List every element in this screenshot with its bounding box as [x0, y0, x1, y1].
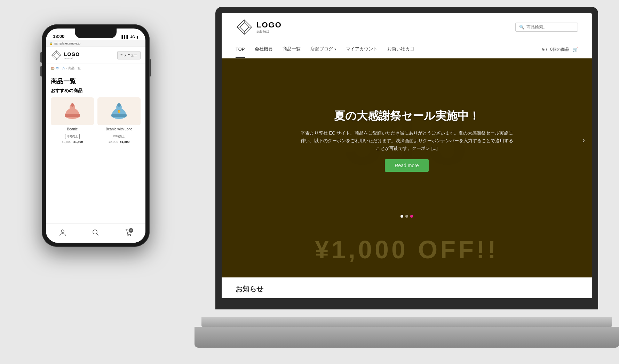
slider-dot-1[interactable]	[400, 215, 403, 218]
phone-logo-area: LOGO sub-text	[51, 50, 80, 61]
phone-logo-diamond-icon	[51, 50, 62, 61]
person-icon	[59, 229, 66, 236]
phone-logo-main: LOGO	[64, 51, 80, 57]
browser-url: sample.example.jp	[54, 42, 80, 45]
logo-sub-text: sub-text	[256, 30, 282, 33]
logo-diamond-icon	[236, 18, 253, 36]
nav-link-products[interactable]: 商品一覧	[283, 41, 301, 58]
logo-main-text: LOGO	[256, 21, 282, 30]
logo-text-block: LOGO sub-text	[256, 21, 282, 33]
nav-link-top[interactable]: TOP	[236, 42, 245, 58]
product-price-new-2: ¥1,800	[120, 140, 130, 144]
nav-links: TOP 会社概要 商品一覧 店舗ブログ ▾ マイアカウント お買い物カゴ	[236, 41, 414, 58]
slider-next-arrow[interactable]: ›	[582, 135, 585, 145]
nav-link-blog[interactable]: 店舗ブログ ▾	[310, 41, 336, 58]
product-badge-1: 即時売上	[65, 134, 80, 139]
phone-product-grid: Beanie 即時売上 ¥2,000 ¥1,800	[51, 97, 141, 144]
news-section-title: お知らせ	[236, 284, 578, 294]
breadcrumb-current-page: 商品一覧	[68, 66, 81, 71]
phone-menu-button[interactable]: ≡ メニュー	[117, 51, 141, 59]
phone-logo-text-block: LOGO sub-text	[64, 51, 80, 59]
site-nav: TOP 会社概要 商品一覧 店舗ブログ ▾ マイアカウント お買い物カゴ ¥0 …	[222, 41, 592, 58]
phone-nav-search[interactable]	[92, 229, 100, 236]
phone-product-card-1[interactable]: Beanie 即時売上 ¥2,000 ¥1,800	[51, 97, 94, 144]
laptop-base	[201, 317, 612, 327]
svg-marker-1	[240, 23, 249, 32]
product-price-1: ¥2,000 ¥1,800	[51, 140, 94, 144]
lock-icon: 🔒	[49, 42, 53, 45]
network-type-label: 4G	[130, 35, 135, 39]
phone-volume-down-button	[40, 66, 42, 76]
laptop-screen: LOGO sub-text 🔍 TOP 会社概要 商品一覧 店舗ブログ	[222, 13, 592, 298]
phone-page-title: 商品一覧	[51, 77, 141, 86]
cart-price: ¥0	[542, 47, 547, 52]
nav-link-about[interactable]: 会社概要	[255, 41, 273, 58]
nav-right: ¥0 0個の商品 🛒	[542, 47, 578, 52]
product-image-beanie-blue: 😊	[97, 97, 141, 125]
svg-text:😊: 😊	[118, 111, 121, 113]
svg-point-22	[61, 230, 64, 233]
phone-content: 商品一覧 おすすめの商品	[46, 73, 145, 152]
search-icon: 🔍	[519, 25, 524, 30]
phone-device: 18:00 ▌▌▌ 4G ▮ 🔒 sample.example.jp	[42, 24, 150, 247]
nav-link-account[interactable]: マイアカウント	[346, 41, 378, 58]
product-name-2: Beanie with Logo	[97, 127, 141, 131]
hero-content: 夏の大感謝祭セール実施中！ 平素より弊社 EC サイト、商品をご愛顧いただき誠に…	[292, 102, 522, 179]
home-icon: 🏠	[51, 67, 55, 70]
beanie-blue-svg: 😊	[109, 101, 129, 122]
svg-point-19	[117, 103, 121, 107]
breadcrumb-home-link[interactable]: ホーム	[56, 66, 65, 71]
product-badge-2: 即時売上	[112, 134, 126, 139]
laptop-bottom	[195, 327, 619, 348]
phone-nav-cart[interactable]: 0	[125, 229, 133, 236]
slider-dot-3[interactable]	[410, 215, 413, 218]
phone-browser-bar: 🔒 sample.example.jp	[46, 40, 145, 47]
discount-text: ¥1,000 OFF!!	[315, 235, 499, 264]
cart-icon[interactable]: 🛒	[573, 47, 578, 52]
status-time: 18:00	[53, 34, 64, 39]
svg-marker-7	[54, 52, 59, 58]
search-input[interactable]	[526, 25, 574, 30]
beanie-pink-svg	[62, 101, 83, 122]
phone-product-card-2[interactable]: 😊 Beanie with Logo 即時売上 ¥2,000 ¥1,800	[97, 97, 141, 144]
slider-dots	[400, 215, 413, 218]
slider-dot-2[interactable]	[405, 215, 408, 218]
phone-screen: 18:00 ▌▌▌ 4G ▮ 🔒 sample.example.jp	[46, 29, 145, 243]
search-icon	[92, 229, 100, 236]
chevron-down-icon: ▾	[334, 47, 336, 51]
phone-notch	[75, 29, 117, 38]
phone-section-title: おすすめの商品	[51, 88, 141, 94]
site-header: LOGO sub-text 🔍	[222, 13, 592, 41]
read-more-button[interactable]: Read more	[385, 159, 428, 172]
phone-nav-person[interactable]	[59, 229, 66, 236]
product-name-1: Beanie	[51, 127, 94, 131]
svg-point-26	[130, 235, 131, 236]
phone-logo-sub: sub-text	[64, 57, 80, 59]
phone-breadcrumb: 🏠 ホーム › 商品一覧	[46, 64, 145, 73]
phone-power-button	[150, 59, 151, 76]
hero-secondary-banner: ¥1,000 OFF!!	[222, 222, 592, 277]
laptop-device: LOGO sub-text 🔍 TOP 会社概要 商品一覧 店舗ブログ	[215, 7, 598, 348]
hero-title: 夏の大感謝祭セール実施中！	[299, 108, 515, 124]
search-box[interactable]: 🔍	[515, 23, 578, 32]
hero-slider: 518 夏の大感謝祭セール実施中！ 平素より弊社 EC サイト、商品をご愛顧いた…	[222, 58, 592, 222]
svg-rect-13	[65, 114, 80, 117]
product-price-old-1: ¥2,000	[62, 140, 72, 144]
cart-badge: 0	[129, 228, 133, 233]
svg-rect-17	[111, 114, 127, 117]
phone-bottom-nav: 0	[46, 223, 145, 243]
phone-volume-up-button	[40, 52, 42, 63]
phone-site-header: LOGO sub-text ≡ メニュー	[46, 47, 145, 64]
product-price-old-2: ¥2,000	[109, 140, 118, 144]
signal-bars-icon: ▌▌▌	[121, 35, 129, 39]
battery-icon: ▮	[136, 35, 138, 39]
nav-link-cart[interactable]: お買い物カゴ	[387, 41, 414, 58]
breadcrumb-separator: ›	[66, 67, 67, 70]
laptop-bezel: LOGO sub-text 🔍 TOP 会社概要 商品一覧 店舗ブログ	[215, 7, 598, 309]
svg-point-15	[71, 103, 74, 107]
cart-items-count: 0個の商品	[550, 47, 569, 52]
product-price-new-1: ¥1,800	[73, 140, 83, 144]
status-icons: ▌▌▌ 4G ▮	[121, 35, 138, 39]
logo-area: LOGO sub-text	[236, 18, 282, 36]
hero-description: 平素より弊社 EC サイト、商品をご愛顧いただき誠にありがとうございます。夏の大…	[299, 129, 515, 152]
